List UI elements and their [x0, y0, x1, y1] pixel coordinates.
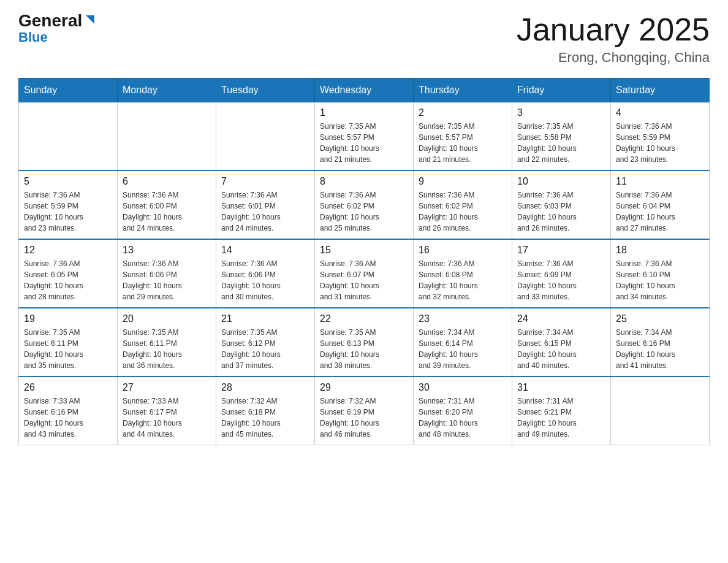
logo-triangle-icon	[83, 13, 97, 26]
day-info: Sunrise: 7:36 AMSunset: 5:59 PMDaylight:…	[616, 121, 704, 165]
calendar-cell: 19Sunrise: 7:35 AMSunset: 6:11 PMDayligh…	[19, 308, 118, 377]
calendar-cell: 2Sunrise: 7:35 AMSunset: 5:57 PMDaylight…	[414, 102, 512, 171]
calendar-week-row: 26Sunrise: 7:33 AMSunset: 6:16 PMDayligh…	[19, 377, 710, 445]
calendar-cell: 11Sunrise: 7:36 AMSunset: 6:04 PMDayligh…	[611, 170, 710, 239]
day-info: Sunrise: 7:36 AMSunset: 6:00 PMDaylight:…	[123, 190, 211, 234]
day-number: 25	[616, 313, 704, 324]
calendar-cell: 12Sunrise: 7:36 AMSunset: 6:05 PMDayligh…	[19, 239, 118, 308]
day-info: Sunrise: 7:33 AMSunset: 6:16 PMDaylight:…	[24, 396, 112, 440]
day-info: Sunrise: 7:35 AMSunset: 5:58 PMDaylight:…	[517, 121, 605, 165]
day-number: 14	[221, 245, 309, 256]
day-number: 31	[517, 382, 605, 393]
column-header-friday: Friday	[512, 79, 611, 102]
column-header-tuesday: Tuesday	[216, 79, 315, 102]
svg-marker-0	[86, 15, 94, 24]
calendar-cell: 23Sunrise: 7:34 AMSunset: 6:14 PMDayligh…	[414, 308, 512, 377]
day-number: 26	[24, 382, 112, 393]
day-number: 17	[517, 245, 605, 256]
day-number: 6	[123, 176, 211, 187]
logo-general: General	[18, 12, 82, 29]
calendar-cell	[611, 377, 710, 445]
location-title: Erong, Chongqing, China	[517, 50, 710, 66]
day-number: 29	[320, 382, 408, 393]
title-block: January 2025 Erong, Chongqing, China	[517, 12, 710, 66]
column-header-monday: Monday	[118, 79, 216, 102]
calendar-cell	[19, 102, 118, 171]
calendar-week-row: 19Sunrise: 7:35 AMSunset: 6:11 PMDayligh…	[19, 308, 710, 377]
calendar-week-row: 12Sunrise: 7:36 AMSunset: 6:05 PMDayligh…	[19, 239, 710, 308]
day-number: 10	[517, 176, 605, 187]
calendar-cell: 16Sunrise: 7:36 AMSunset: 6:08 PMDayligh…	[414, 239, 512, 308]
day-number: 5	[24, 176, 112, 187]
calendar-table: SundayMondayTuesdayWednesdayThursdayFrid…	[18, 78, 710, 445]
day-info: Sunrise: 7:36 AMSunset: 6:05 PMDaylight:…	[24, 258, 112, 302]
calendar-cell: 5Sunrise: 7:36 AMSunset: 5:59 PMDaylight…	[19, 170, 118, 239]
calendar-cell: 20Sunrise: 7:35 AMSunset: 6:11 PMDayligh…	[118, 308, 216, 377]
day-number: 12	[24, 245, 112, 256]
logo-blue: Blue	[18, 31, 48, 44]
day-info: Sunrise: 7:34 AMSunset: 6:14 PMDaylight:…	[419, 327, 507, 371]
day-number: 3	[517, 107, 605, 118]
day-info: Sunrise: 7:34 AMSunset: 6:15 PMDaylight:…	[517, 327, 605, 371]
calendar-cell: 22Sunrise: 7:35 AMSunset: 6:13 PMDayligh…	[315, 308, 414, 377]
calendar-cell: 29Sunrise: 7:32 AMSunset: 6:19 PMDayligh…	[315, 377, 414, 445]
calendar-cell: 4Sunrise: 7:36 AMSunset: 5:59 PMDaylight…	[611, 102, 710, 171]
day-number: 27	[123, 382, 211, 393]
day-number: 11	[616, 176, 704, 187]
calendar-cell: 14Sunrise: 7:36 AMSunset: 6:06 PMDayligh…	[216, 239, 315, 308]
day-info: Sunrise: 7:31 AMSunset: 6:20 PMDaylight:…	[419, 396, 507, 440]
calendar-cell: 3Sunrise: 7:35 AMSunset: 5:58 PMDaylight…	[512, 102, 611, 171]
page-header: General Blue January 2025 Erong, Chongqi…	[18, 12, 710, 66]
calendar-cell: 27Sunrise: 7:33 AMSunset: 6:17 PMDayligh…	[118, 377, 216, 445]
day-number: 23	[419, 313, 507, 324]
day-number: 22	[320, 313, 408, 324]
calendar-cell: 15Sunrise: 7:36 AMSunset: 6:07 PMDayligh…	[315, 239, 414, 308]
day-number: 16	[419, 245, 507, 256]
day-number: 21	[221, 313, 309, 324]
calendar-cell: 30Sunrise: 7:31 AMSunset: 6:20 PMDayligh…	[414, 377, 512, 445]
day-info: Sunrise: 7:36 AMSunset: 5:59 PMDaylight:…	[24, 190, 112, 234]
day-number: 4	[616, 107, 704, 118]
column-header-thursday: Thursday	[414, 79, 512, 102]
day-number: 24	[517, 313, 605, 324]
calendar-cell	[118, 102, 216, 171]
logo: General Blue	[18, 12, 97, 44]
day-info: Sunrise: 7:36 AMSunset: 6:10 PMDaylight:…	[616, 258, 704, 302]
day-info: Sunrise: 7:35 AMSunset: 6:13 PMDaylight:…	[320, 327, 408, 371]
calendar-cell: 10Sunrise: 7:36 AMSunset: 6:03 PMDayligh…	[512, 170, 611, 239]
day-number: 18	[616, 245, 704, 256]
calendar-header-row: SundayMondayTuesdayWednesdayThursdayFrid…	[19, 79, 710, 102]
day-info: Sunrise: 7:35 AMSunset: 6:12 PMDaylight:…	[221, 327, 309, 371]
calendar-cell: 1Sunrise: 7:35 AMSunset: 5:57 PMDaylight…	[315, 102, 414, 171]
day-number: 8	[320, 176, 408, 187]
day-info: Sunrise: 7:36 AMSunset: 6:02 PMDaylight:…	[419, 190, 507, 234]
calendar-cell: 13Sunrise: 7:36 AMSunset: 6:06 PMDayligh…	[118, 239, 216, 308]
day-number: 1	[320, 107, 408, 118]
day-number: 9	[419, 176, 507, 187]
day-number: 30	[419, 382, 507, 393]
column-header-wednesday: Wednesday	[315, 79, 414, 102]
calendar-cell: 17Sunrise: 7:36 AMSunset: 6:09 PMDayligh…	[512, 239, 611, 308]
day-number: 2	[419, 107, 507, 118]
calendar-cell: 24Sunrise: 7:34 AMSunset: 6:15 PMDayligh…	[512, 308, 611, 377]
day-info: Sunrise: 7:32 AMSunset: 6:19 PMDaylight:…	[320, 396, 408, 440]
calendar-cell: 21Sunrise: 7:35 AMSunset: 6:12 PMDayligh…	[216, 308, 315, 377]
month-title: January 2025	[517, 12, 710, 47]
day-info: Sunrise: 7:32 AMSunset: 6:18 PMDaylight:…	[221, 396, 309, 440]
day-info: Sunrise: 7:35 AMSunset: 6:11 PMDaylight:…	[24, 327, 112, 371]
calendar-week-row: 5Sunrise: 7:36 AMSunset: 5:59 PMDaylight…	[19, 170, 710, 239]
day-info: Sunrise: 7:36 AMSunset: 6:01 PMDaylight:…	[221, 190, 309, 234]
day-info: Sunrise: 7:36 AMSunset: 6:06 PMDaylight:…	[221, 258, 309, 302]
calendar-week-row: 1Sunrise: 7:35 AMSunset: 5:57 PMDaylight…	[19, 102, 710, 171]
day-number: 13	[123, 245, 211, 256]
day-info: Sunrise: 7:35 AMSunset: 5:57 PMDaylight:…	[320, 121, 408, 165]
calendar-cell: 26Sunrise: 7:33 AMSunset: 6:16 PMDayligh…	[19, 377, 118, 445]
day-info: Sunrise: 7:36 AMSunset: 6:07 PMDaylight:…	[320, 258, 408, 302]
calendar-cell: 18Sunrise: 7:36 AMSunset: 6:10 PMDayligh…	[611, 239, 710, 308]
column-header-sunday: Sunday	[19, 79, 118, 102]
day-info: Sunrise: 7:36 AMSunset: 6:03 PMDaylight:…	[517, 190, 605, 234]
day-info: Sunrise: 7:34 AMSunset: 6:16 PMDaylight:…	[616, 327, 704, 371]
day-info: Sunrise: 7:36 AMSunset: 6:06 PMDaylight:…	[123, 258, 211, 302]
day-info: Sunrise: 7:36 AMSunset: 6:08 PMDaylight:…	[419, 258, 507, 302]
day-info: Sunrise: 7:31 AMSunset: 6:21 PMDaylight:…	[517, 396, 605, 440]
